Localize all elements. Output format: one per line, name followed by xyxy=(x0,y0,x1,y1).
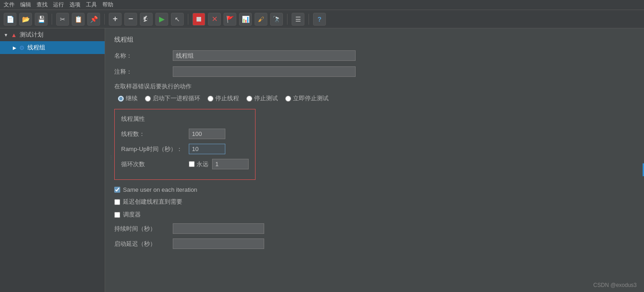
save-button[interactable]: 💾 xyxy=(35,13,48,26)
same-user-checkbox[interactable] xyxy=(114,187,120,193)
toolbar: 📄 📂 💾 ✂ 📋 📌 + − ▶ ↖ ⏹ ✕ 🚩 📊 🖌 🔭 ☰ ? xyxy=(0,10,644,28)
sep-3 xyxy=(188,14,188,25)
ramp-up-row: Ramp-Up时间（秒）： xyxy=(121,144,249,154)
add-button[interactable]: + xyxy=(109,13,122,26)
error-action-label: 在取样器错误后要执行的动作 xyxy=(114,82,635,91)
run-button[interactable]: ▶ xyxy=(155,13,168,26)
open-button[interactable]: 📂 xyxy=(19,13,32,26)
brush-button[interactable]: 🖌 xyxy=(255,13,267,26)
duration-label: 持续时间（秒） xyxy=(114,225,169,233)
comment-label: 注释： xyxy=(114,68,169,76)
watermark: CSDN @exodus3 xyxy=(593,282,637,288)
menubar: 文件 编辑 查找 运行 选项 工具 帮助 xyxy=(0,0,644,10)
thread-props-title: 线程属性 xyxy=(121,115,249,123)
radio-stop-thread-label: 停止线程 xyxy=(215,94,239,103)
radio-stop-test[interactable]: 停止测试 xyxy=(246,94,278,103)
loop-row: 永远 xyxy=(189,159,249,169)
thread-properties-box: 线程属性 线程数： Ramp-Up时间（秒）： 循环次数 xyxy=(114,109,255,180)
sidebar-item-thread-group[interactable]: ▶ ⚙ 线程组 xyxy=(0,41,105,54)
sidebar-thread-group-label: 线程组 xyxy=(27,43,45,52)
flag-button[interactable]: 🚩 xyxy=(224,13,236,26)
section-title: 线程组 xyxy=(114,36,635,44)
scheduler-checkbox[interactable] xyxy=(114,212,120,218)
thread-count-label: 线程数： xyxy=(121,130,185,138)
radio-continue[interactable]: 继续 xyxy=(118,94,138,103)
sep-1 xyxy=(52,14,52,25)
svg-point-0 xyxy=(145,18,147,20)
help-button[interactable]: ? xyxy=(313,13,326,26)
delay-thread-checkbox[interactable] xyxy=(114,199,120,205)
forever-checkbox-label[interactable]: 永远 xyxy=(189,160,208,168)
list-button[interactable]: ☰ xyxy=(292,13,304,26)
loop-count-label: 循环次数 xyxy=(121,160,185,168)
thread-count-row: 线程数： xyxy=(121,129,249,139)
table-button[interactable]: 📊 xyxy=(239,13,252,26)
main-layout: ▼ ▲ 测试计划 ▶ ⚙ 线程组 ⋮ 线程组 名称： 注释： xyxy=(0,28,644,292)
same-user-label: Same user on each iteration xyxy=(123,186,197,193)
comment-input[interactable] xyxy=(173,66,356,77)
sep-5 xyxy=(309,14,309,25)
menu-select[interactable]: 选项 xyxy=(69,1,80,9)
error-button[interactable]: ✕ xyxy=(208,13,221,26)
stop-button[interactable]: ⏹ xyxy=(192,13,205,26)
radio-stop-test-now-label: 立即停止测试 xyxy=(293,94,329,103)
ramp-up-input[interactable] xyxy=(189,144,225,154)
paste-button[interactable]: 📌 xyxy=(87,13,100,26)
radio-next-loop-label: 启动下一进程循环 xyxy=(153,94,200,103)
cut-button[interactable]: ✂ xyxy=(56,13,69,26)
sidebar-item-test-plan[interactable]: ▼ ▲ 测试计划 xyxy=(0,28,105,41)
drag-handle[interactable]: ⋮ xyxy=(109,155,113,160)
comment-row: 注释： xyxy=(114,66,635,77)
radio-next-loop[interactable]: 启动下一进程循环 xyxy=(145,94,200,103)
radio-stop-test-now[interactable]: 立即停止测试 xyxy=(285,94,329,103)
startup-delay-label: 启动延迟（秒） xyxy=(114,240,169,248)
delay-thread-row: 延迟创建线程直到需要 xyxy=(114,198,635,206)
copy-button[interactable]: 📋 xyxy=(72,13,85,26)
duration-input[interactable] xyxy=(173,223,264,234)
radio-continue-label: 继续 xyxy=(126,94,138,103)
scheduler-row: 调度器 xyxy=(114,211,635,219)
radio-stop-test-label: 停止测试 xyxy=(254,94,278,103)
remove-button[interactable]: − xyxy=(124,13,137,26)
loop-count-input[interactable] xyxy=(212,159,249,169)
scheduler-label: 调度器 xyxy=(123,211,141,219)
menu-find[interactable]: 查找 xyxy=(37,1,48,9)
same-user-row: Same user on each iteration xyxy=(114,186,635,193)
radio-group: 继续 启动下一进程循环 停止线程 停止测试 立即停止测试 xyxy=(118,94,635,103)
expand-arrow: ▼ xyxy=(4,32,8,38)
radio-stop-thread[interactable]: 停止线程 xyxy=(208,94,239,103)
forever-checkbox[interactable] xyxy=(189,161,195,167)
menu-help[interactable]: 帮助 xyxy=(102,1,113,9)
sidebar: ▼ ▲ 测试计划 ▶ ⚙ 线程组 xyxy=(0,28,105,292)
delay-thread-label: 延迟创建线程直到需要 xyxy=(123,198,182,206)
test-plan-icon: ▲ xyxy=(11,32,17,38)
forever-label: 永远 xyxy=(197,160,208,168)
name-label: 名称： xyxy=(114,52,169,60)
thread-group-arrow: ▶ xyxy=(13,45,16,50)
name-input[interactable] xyxy=(173,50,356,61)
menu-edit[interactable]: 编辑 xyxy=(20,1,31,9)
new-button[interactable]: 📄 xyxy=(4,13,16,26)
startup-delay-input[interactable] xyxy=(173,238,264,249)
cursor-button[interactable]: ↖ xyxy=(171,13,184,26)
menu-run[interactable]: 运行 xyxy=(53,1,64,9)
sep-4 xyxy=(287,14,287,25)
thread-group-icon: ⚙ xyxy=(19,44,25,51)
duration-row: 持续时间（秒） xyxy=(114,223,635,234)
content-inner: 线程组 名称： 注释： 在取样器错误后要执行的动作 继续 xyxy=(105,28,644,263)
settings-button[interactable] xyxy=(140,13,153,26)
menu-file[interactable]: 文件 xyxy=(4,1,15,9)
sep-2 xyxy=(104,14,105,25)
content-area: ⋮ 线程组 名称： 注释： 在取样器错误后要执行的动作 继续 xyxy=(105,28,644,292)
binoculars-button[interactable]: 🔭 xyxy=(270,13,283,26)
menu-tools[interactable]: 工具 xyxy=(86,1,97,9)
name-row: 名称： xyxy=(114,50,635,61)
thread-count-input[interactable] xyxy=(189,129,225,139)
loop-count-row: 循环次数 永远 xyxy=(121,159,249,169)
ramp-up-label: Ramp-Up时间（秒）： xyxy=(121,145,185,153)
sidebar-test-plan-label: 测试计划 xyxy=(20,31,43,39)
startup-delay-row: 启动延迟（秒） xyxy=(114,238,635,249)
